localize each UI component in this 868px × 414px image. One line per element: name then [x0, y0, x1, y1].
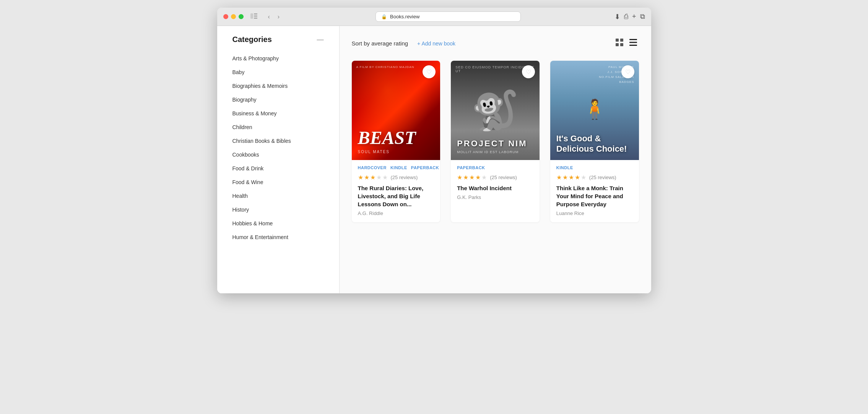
- sidebar-item-arts-photography[interactable]: Arts & Photography: [217, 52, 339, 65]
- browser-body: Categories — Arts & Photography Baby Bio…: [217, 26, 651, 293]
- share-button[interactable]: ⎙: [624, 13, 628, 21]
- book-info-beast: HARDCOVER KINDLE PAPERBACK ★ ★ ★ ★ ★: [352, 160, 441, 222]
- tabs-button[interactable]: ⧉: [640, 13, 645, 21]
- cover-monk-title-text: It's Good & Delicious Choice!: [556, 134, 633, 154]
- list-view-button[interactable]: [627, 37, 639, 50]
- star-3: ★: [370, 174, 375, 181]
- book-rating-nim: ★ ★ ★ ★ ★ (25 reviews): [457, 174, 533, 181]
- sidebar-item-christian-books-bibles[interactable]: Christian Books & Bibles: [217, 134, 339, 148]
- format-kindle: KINDLE: [390, 165, 407, 170]
- sidebar-link-hobbies-home[interactable]: Hobbies & Home: [217, 217, 339, 230]
- book-cover-nim: 🐒 SED CO EIUSMOD TEMPOR INCIDIDUNT UT PR…: [451, 61, 540, 160]
- grid-view-button[interactable]: [614, 37, 625, 50]
- svg-rect-1: [254, 13, 257, 15]
- cover-beast-subtitle-text: SOUL MATES: [358, 150, 434, 154]
- sidebar-item-food-drink[interactable]: Food & Drink: [217, 162, 339, 175]
- sidebar-link-christian-books-bibles[interactable]: Christian Books & Bibles: [217, 134, 339, 148]
- book-formats-beast: HARDCOVER KINDLE PAPERBACK: [358, 165, 434, 170]
- address-bar[interactable]: 🔒 Books.review: [375, 11, 521, 22]
- book-card-monk: PAUL MCANEE J.J. SORINSON NO.FILM SALE 2…: [550, 61, 639, 222]
- star-3: ★: [469, 174, 475, 181]
- sidebar-link-biography[interactable]: Biography: [217, 93, 339, 107]
- sidebar-item-business-money[interactable]: Business & Money: [217, 107, 339, 120]
- stars-nim: ★ ★ ★ ★ ★: [457, 174, 487, 181]
- sidebar-title: Categories: [232, 35, 272, 44]
- book-cover-monk: PAUL MCANEE J.J. SORINSON NO.FILM SALE 2…: [550, 61, 639, 160]
- sidebar-link-children[interactable]: Children: [217, 120, 339, 134]
- sidebar-item-hobbies-home[interactable]: Hobbies & Home: [217, 217, 339, 230]
- sidebar-item-children[interactable]: Children: [217, 120, 339, 134]
- download-button[interactable]: ⬇: [614, 13, 620, 21]
- sidebar-item-humor-entertainment[interactable]: Humor & Entertainment: [217, 230, 339, 244]
- svg-rect-8: [629, 39, 637, 40]
- cover-monk-figure: 🧍: [583, 98, 606, 120]
- sidebar-item-biographies-memoirs[interactable]: Biographies & Memoirs: [217, 79, 339, 93]
- sidebar-item-biography[interactable]: Biography: [217, 93, 339, 107]
- traffic-lights: [223, 14, 244, 19]
- main-content: Sort by average rating + Add new book: [340, 26, 651, 293]
- sidebar-link-history[interactable]: History: [217, 203, 339, 217]
- book-title-nim: The Warhol Incident: [457, 184, 533, 192]
- book-author-nim: G.K. Parks: [457, 194, 533, 200]
- favorite-button-beast[interactable]: ♡: [423, 65, 436, 78]
- review-count-nim: (25 reviews): [490, 175, 517, 180]
- format-paperback: PAPERBACK: [411, 165, 439, 170]
- sidebar-link-food-drink[interactable]: Food & Drink: [217, 162, 339, 175]
- cover-nim-subtitle-text: MOLLIT ANIM ID EST LABORUM: [457, 150, 533, 154]
- sidebar-link-humor-entertainment[interactable]: Humor & Entertainment: [217, 230, 339, 244]
- new-tab-button[interactable]: +: [632, 13, 636, 21]
- book-title-monk: Think Like a Monk: Train Your Mind for P…: [556, 184, 633, 208]
- sidebar-item-health[interactable]: Health: [217, 189, 339, 203]
- sidebar-item-history[interactable]: History: [217, 203, 339, 217]
- sidebar-item-food-wine[interactable]: Food & Wine: [217, 175, 339, 189]
- books-grid: A FILM BY CHRISTIANO MAJDAN BEAST SOUL M…: [352, 61, 639, 222]
- sidebar-item-cookbooks[interactable]: Cookbooks: [217, 148, 339, 162]
- fullscreen-traffic-light[interactable]: [239, 14, 244, 19]
- svg-rect-0: [250, 13, 253, 19]
- sidebar-link-cookbooks[interactable]: Cookbooks: [217, 148, 339, 162]
- sidebar-item-baby[interactable]: Baby: [217, 65, 339, 79]
- star-4: ★: [575, 174, 580, 181]
- star-4: ★: [475, 174, 481, 181]
- sidebar-toggle-button[interactable]: [248, 13, 260, 21]
- browser-titlebar: ‹ › 🔒 Books.review ⬇ ⎙ + ⧉: [217, 8, 651, 26]
- book-formats-nim: PAPERBACK: [457, 165, 533, 170]
- sidebar-link-business-money[interactable]: Business & Money: [217, 107, 339, 120]
- browser-actions: ⬇ ⎙ + ⧉: [614, 13, 645, 21]
- url-text: Books.review: [390, 14, 419, 19]
- cover-meta-4: BADGES: [599, 80, 634, 84]
- stars-beast: ★ ★ ★ ★ ★: [358, 174, 388, 181]
- sidebar-link-health[interactable]: Health: [217, 189, 339, 203]
- forward-button[interactable]: ›: [275, 13, 282, 21]
- sidebar-link-arts-photography[interactable]: Arts & Photography: [217, 52, 339, 65]
- star-5: ★: [481, 174, 487, 181]
- format-hardcover: HARDCOVER: [358, 165, 387, 170]
- sidebar-link-food-wine[interactable]: Food & Wine: [217, 175, 339, 189]
- list-icon: [629, 38, 637, 47]
- book-info-nim: PAPERBACK ★ ★ ★ ★ ★ (25 reviews): [451, 160, 540, 206]
- star-1: ★: [556, 174, 562, 181]
- favorite-button-monk[interactable]: ♡: [621, 65, 634, 78]
- close-traffic-light[interactable]: [223, 14, 228, 19]
- book-rating-beast: ★ ★ ★ ★ ★ (25 reviews): [358, 174, 434, 181]
- add-book-button[interactable]: + Add new book: [417, 40, 455, 47]
- cover-monk-text: It's Good & Delicious Choice!: [556, 134, 633, 154]
- favorite-button-nim[interactable]: ♡: [522, 65, 535, 78]
- book-title-beast: The Rural Diaries: Love, Livestock, and …: [358, 184, 434, 208]
- minimize-traffic-light[interactable]: [231, 14, 236, 19]
- review-count-beast: (25 reviews): [391, 175, 418, 180]
- browser-window: ‹ › 🔒 Books.review ⬇ ⎙ + ⧉ Categories —: [217, 8, 651, 293]
- sidebar-collapse-button[interactable]: —: [317, 36, 324, 44]
- format-kindle-monk: KINDLE: [556, 165, 573, 170]
- sidebar-link-biographies-memoirs[interactable]: Biographies & Memoirs: [217, 79, 339, 93]
- book-rating-monk: ★ ★ ★ ★ ★ (25 reviews): [556, 174, 633, 181]
- sidebar-header: Categories —: [217, 35, 339, 52]
- back-button[interactable]: ‹: [266, 13, 272, 21]
- review-count-monk: (25 reviews): [589, 175, 616, 180]
- star-2: ★: [562, 174, 568, 181]
- book-author-beast: A.G. Riddle: [358, 210, 434, 216]
- star-2: ★: [364, 174, 369, 181]
- stars-monk: ★ ★ ★ ★ ★: [556, 174, 586, 181]
- star-5: ★: [581, 174, 586, 181]
- sidebar-link-baby[interactable]: Baby: [217, 65, 339, 79]
